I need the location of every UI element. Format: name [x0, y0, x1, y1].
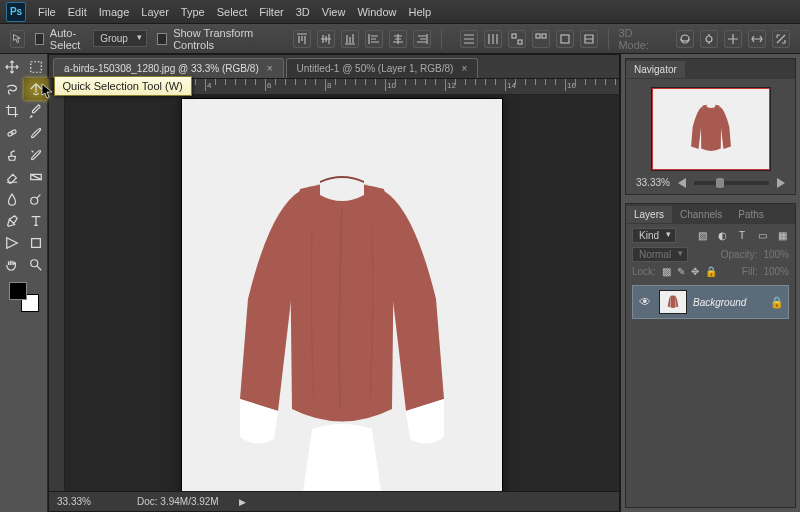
lock-position-icon[interactable]: ✥ [691, 266, 699, 277]
color-swatches[interactable] [9, 282, 39, 312]
menu-3d[interactable]: 3D [296, 6, 310, 18]
align-left-icon[interactable] [365, 30, 383, 48]
eyedropper-tool[interactable] [24, 100, 48, 122]
status-zoom[interactable]: 33.33% [57, 496, 117, 507]
canvas[interactable] [182, 99, 502, 491]
auto-select-dropdown[interactable]: Group [93, 30, 147, 47]
dodge-tool[interactable] [24, 188, 48, 210]
document-body [49, 95, 619, 491]
align-right-icon[interactable] [413, 30, 431, 48]
document-tab[interactable]: Untitled-1 @ 50% (Layer 1, RGB/8)× [286, 58, 479, 78]
filter-shape-icon[interactable]: ▭ [755, 229, 769, 243]
dist-6-icon[interactable] [580, 30, 598, 48]
dist-1-icon[interactable] [460, 30, 478, 48]
align-icons [293, 30, 431, 48]
lasso-tool[interactable] [0, 78, 24, 100]
eraser-tool[interactable] [0, 166, 24, 188]
foreground-color-swatch[interactable] [9, 282, 27, 300]
status-menu-arrow-icon[interactable]: ▶ [239, 497, 246, 507]
layer-visibility-icon[interactable]: 👁 [637, 295, 653, 309]
layer-filter-kind[interactable]: Kind [632, 228, 676, 243]
mode3d-roll-icon[interactable] [700, 30, 718, 48]
menu-image[interactable]: Image [99, 6, 130, 18]
app-logo: Ps [6, 2, 26, 22]
align-bottom-icon[interactable] [341, 30, 359, 48]
document-tab-label: a-birds-150308_1280.jpg @ 33.3% (RGB/8) [64, 63, 259, 74]
mode3d-pan-icon[interactable] [724, 30, 742, 48]
layer-name[interactable]: Background [693, 297, 746, 308]
zoom-in-icon[interactable] [777, 178, 785, 188]
menu-type[interactable]: Type [181, 6, 205, 18]
filter-adjust-icon[interactable]: ◐ [715, 229, 729, 243]
align-hcenter-icon[interactable] [389, 30, 407, 48]
zoom-out-icon[interactable] [678, 178, 686, 188]
lock-trans-icon[interactable]: ▩ [662, 266, 671, 277]
menu-select[interactable]: Select [217, 6, 248, 18]
status-doc-size: Doc: 3.94M/3.92M [137, 496, 219, 507]
shape-tool[interactable] [24, 232, 48, 254]
hand-tool[interactable] [0, 254, 24, 276]
layer-thumbnail[interactable] [659, 290, 687, 314]
align-top-icon[interactable] [293, 30, 311, 48]
blur-tool[interactable] [0, 188, 24, 210]
ruler-vertical[interactable] [49, 95, 65, 491]
canvas-image [182, 99, 502, 491]
mode3d-slide-icon[interactable] [748, 30, 766, 48]
navigator-zoom-slider[interactable] [694, 181, 769, 185]
gradient-tool[interactable] [24, 166, 48, 188]
type-tool[interactable] [24, 210, 48, 232]
mode3d-scale-icon[interactable] [772, 30, 790, 48]
path-tool[interactable] [0, 232, 24, 254]
history-brush-tool[interactable] [24, 144, 48, 166]
show-transform-group: Show Transform Controls [157, 27, 275, 51]
dist-3-icon[interactable] [508, 30, 526, 48]
menu-file[interactable]: File [38, 6, 56, 18]
menu-edit[interactable]: Edit [68, 6, 87, 18]
navigator-tab[interactable]: Navigator [626, 61, 685, 78]
auto-select-checkbox[interactable] [35, 33, 44, 45]
crop-tool[interactable] [0, 100, 24, 122]
paths-tab[interactable]: Paths [730, 206, 772, 223]
filter-type-icon[interactable]: T [735, 229, 749, 243]
filter-pixel-icon[interactable]: ▧ [695, 229, 709, 243]
fill-value[interactable]: 100% [763, 266, 789, 277]
navigator-thumbnail[interactable] [651, 87, 771, 171]
close-icon[interactable]: × [267, 63, 273, 74]
lock-pixels-icon[interactable]: ✎ [677, 266, 685, 277]
show-transform-label: Show Transform Controls [173, 27, 275, 51]
dist-2-icon[interactable] [484, 30, 502, 48]
navigator-viewbox[interactable] [652, 88, 770, 170]
zoom-tool[interactable] [24, 254, 48, 276]
dist-4-icon[interactable] [532, 30, 550, 48]
clone-tool[interactable] [0, 144, 24, 166]
layer-lock-icon[interactable]: 🔒 [770, 296, 784, 309]
mode3d-orbit-icon[interactable] [676, 30, 694, 48]
align-vcenter-icon[interactable] [317, 30, 335, 48]
layer-row[interactable]: 👁 Background 🔒 [632, 285, 789, 319]
blend-mode-select[interactable]: Normal [632, 247, 688, 262]
menu-view[interactable]: View [322, 6, 346, 18]
brush-tool[interactable] [24, 122, 48, 144]
svg-rect-4 [561, 35, 569, 43]
healing-tool[interactable] [0, 122, 24, 144]
channels-tab[interactable]: Channels [672, 206, 730, 223]
lock-all-icon[interactable]: 🔒 [705, 266, 717, 277]
layers-tab[interactable]: Layers [626, 206, 672, 223]
menu-help[interactable]: Help [409, 6, 432, 18]
close-icon[interactable]: × [461, 63, 467, 74]
menu-window[interactable]: Window [357, 6, 396, 18]
show-transform-checkbox[interactable] [157, 33, 167, 45]
pen-tool[interactable] [0, 210, 24, 232]
menu-layer[interactable]: Layer [141, 6, 169, 18]
menu-filter[interactable]: Filter [259, 6, 283, 18]
quick-selection-tool[interactable]: Quick Selection Tool (W) [24, 78, 48, 100]
document-tab-active[interactable]: a-birds-150308_1280.jpg @ 33.3% (RGB/8)× [53, 58, 284, 78]
canvas-viewport[interactable] [65, 95, 619, 491]
opacity-value[interactable]: 100% [763, 249, 789, 260]
dist-5-icon[interactable] [556, 30, 574, 48]
filter-smart-icon[interactable]: ▦ [775, 229, 789, 243]
move-tool[interactable] [0, 56, 24, 78]
marquee-tool[interactable] [24, 56, 48, 78]
distribute-icons [460, 30, 598, 48]
mode3d-label: 3D Mode: [618, 27, 658, 51]
